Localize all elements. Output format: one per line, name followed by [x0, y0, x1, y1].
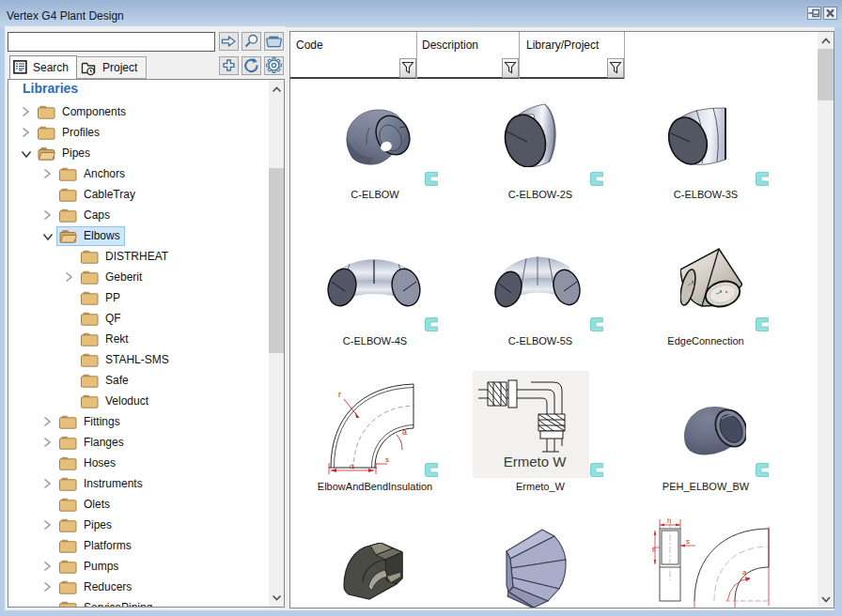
svg-text:a: a [402, 427, 407, 437]
svg-text:w: w [652, 547, 657, 553]
svg-text:s: s [686, 537, 690, 546]
svg-text:r: r [338, 390, 341, 399]
svg-text:Ermeto W: Ermeto W [504, 454, 568, 470]
svg-text:a: a [742, 568, 747, 577]
svg-text:d: d [350, 462, 353, 470]
svg-text:s: s [385, 455, 389, 464]
svg-text:h: h [667, 516, 671, 525]
